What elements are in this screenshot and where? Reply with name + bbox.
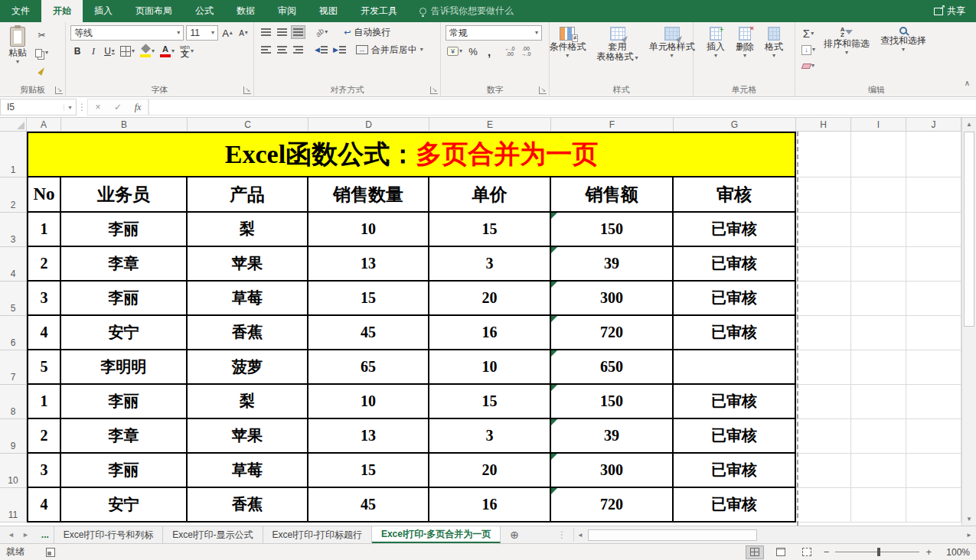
cell[interactable]: 65 [308, 350, 429, 385]
fill-color-button[interactable]: ▾ [139, 44, 156, 58]
cell[interactable] [796, 488, 851, 523]
zoom-slider-thumb[interactable] [877, 548, 880, 556]
decrease-indent-button[interactable]: ◀ [313, 43, 329, 57]
cell[interactable]: 5 [27, 350, 61, 385]
align-left-button[interactable] [259, 43, 273, 57]
select-all-corner[interactable] [0, 118, 27, 131]
cell[interactable]: 梨 [188, 385, 308, 419]
menu-tab[interactable]: 公式 [184, 0, 225, 22]
cell[interactable]: 4 [27, 488, 61, 523]
increase-decimal-button[interactable]: ←.0.00 [503, 44, 517, 58]
tabbar-grip[interactable]: ⋮ [551, 526, 573, 543]
row-header[interactable]: 2 [0, 177, 27, 213]
cell[interactable]: 已审核 [674, 488, 796, 523]
cell[interactable] [851, 488, 906, 523]
row-header[interactable]: 8 [0, 385, 27, 419]
column-header[interactable]: H [796, 118, 851, 131]
cell[interactable]: 梨 [188, 213, 308, 247]
cell[interactable] [851, 454, 906, 488]
borders-button[interactable]: ▾ [119, 44, 136, 58]
table-header-cell[interactable]: 审核 [674, 177, 796, 213]
vertical-scrollbar[interactable]: ▲ ▼ [961, 118, 976, 526]
cell[interactable]: 16 [429, 316, 551, 350]
insert-cells-button[interactable]: ＋ 插入 ▾ [703, 25, 729, 60]
cell[interactable]: 16 [429, 488, 551, 523]
cell[interactable]: 3 [27, 454, 61, 488]
cell[interactable]: 已审核 [674, 247, 796, 282]
align-top-button[interactable] [259, 25, 273, 39]
cell[interactable] [796, 419, 851, 454]
cell[interactable]: 720 [551, 316, 674, 350]
cell[interactable]: 李章 [61, 247, 188, 282]
cell[interactable]: 300 [551, 282, 674, 316]
cell[interactable] [851, 213, 906, 247]
cell[interactable] [796, 177, 851, 213]
menu-tab[interactable]: 视图 [308, 0, 349, 22]
next-sheet-icon[interactable]: ► [22, 531, 29, 539]
vertical-scroll-thumb[interactable] [964, 132, 974, 327]
cut-button[interactable]: ✂ [34, 28, 50, 42]
percent-style-button[interactable]: % [466, 44, 480, 58]
table-header-cell[interactable]: 销售数量 [308, 177, 429, 213]
new-sheet-button[interactable]: ⊕ [501, 526, 528, 543]
cell[interactable] [906, 350, 961, 385]
font-size-select[interactable]: 11 ▾ [186, 25, 218, 41]
cell[interactable] [796, 213, 851, 247]
accounting-format-button[interactable]: ¥▾ [446, 44, 464, 58]
cell[interactable]: 2 [27, 419, 61, 454]
phonetic-button[interactable]: wén文 ▾ [178, 44, 195, 58]
cell[interactable] [796, 282, 851, 316]
cell[interactable] [851, 350, 906, 385]
name-box[interactable]: I5 ▾ [0, 99, 77, 116]
column-header[interactable]: I [851, 118, 906, 131]
sort-filter-button[interactable]: AZ 排序和筛选 ▾ [820, 25, 873, 57]
insert-function-button[interactable]: fx [128, 102, 148, 113]
clipboard-dialog-launcher[interactable]: ↘ [55, 86, 63, 94]
menu-tab[interactable]: 开发工具 [349, 0, 409, 22]
cell[interactable] [906, 282, 961, 316]
column-header[interactable]: A [27, 118, 61, 131]
enter-button[interactable]: ✓ [108, 102, 128, 112]
cell[interactable]: 李丽 [61, 213, 188, 247]
cell[interactable]: 20 [429, 282, 551, 316]
cell[interactable]: 3 [429, 247, 551, 282]
column-header[interactable]: J [906, 118, 961, 131]
cell[interactable]: 45 [308, 316, 429, 350]
cell[interactable] [851, 177, 906, 213]
cell[interactable] [906, 385, 961, 419]
align-center-button[interactable] [275, 43, 289, 57]
cell[interactable]: 菠萝 [188, 350, 308, 385]
row-header[interactable]: 4 [0, 247, 27, 282]
cell[interactable]: 香蕉 [188, 488, 308, 523]
column-header[interactable]: G [674, 118, 796, 131]
font-color-button[interactable]: A ▾ [158, 44, 176, 58]
cell[interactable] [851, 247, 906, 282]
format-painter-button[interactable] [34, 63, 50, 77]
column-header[interactable]: D [308, 118, 429, 131]
cell[interactable]: 1 [27, 385, 61, 419]
scroll-up-icon[interactable]: ▲ [962, 118, 976, 131]
scroll-left-icon[interactable]: ◄ [574, 532, 586, 539]
italic-button[interactable]: I [87, 44, 100, 58]
cell[interactable]: 45 [308, 488, 429, 523]
cell[interactable]: 720 [551, 488, 674, 523]
cell[interactable]: 3 [27, 282, 61, 316]
cell[interactable]: 草莓 [188, 454, 308, 488]
font-family-select[interactable]: 等线 ▾ [70, 25, 184, 41]
cell[interactable]: 安宁 [61, 488, 188, 523]
format-cells-button[interactable]: 格式 ▾ [761, 25, 787, 60]
zoom-slider[interactable] [835, 552, 919, 552]
row-header[interactable]: 11 [0, 488, 27, 523]
cell-styles-button[interactable]: 单元格样式 ▾ [645, 25, 699, 60]
cell[interactable] [851, 419, 906, 454]
zoom-in-button[interactable]: + [925, 546, 932, 558]
autosum-button[interactable]: Σ▾ [800, 27, 817, 41]
comma-style-button[interactable]: , [482, 44, 496, 58]
font-dialog-launcher[interactable]: ↘ [243, 86, 251, 94]
alignment-dialog-launcher[interactable]: ↘ [430, 86, 438, 94]
orientation-button[interactable]: ab▾ [314, 25, 329, 39]
cell[interactable] [796, 385, 851, 419]
clear-button[interactable]: ▾ [800, 59, 817, 73]
row-header[interactable]: 10 [0, 454, 27, 488]
menu-tab[interactable]: 审阅 [266, 0, 308, 22]
